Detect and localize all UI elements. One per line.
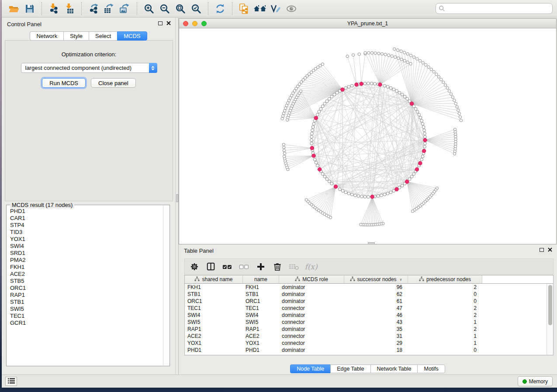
tab-node-table[interactable]: Node Table [290,364,330,373]
table-row[interactable]: RAP1RAP1dominator352 [185,326,553,333]
zoom-in-button[interactable] [141,2,157,16]
tab-motifs[interactable]: Motifs [417,364,445,373]
table-row[interactable]: FKH1FKH1dominator962 [185,284,553,291]
cell-name[interactable]: ORC1 [243,298,279,305]
export-network-button[interactable] [86,2,101,16]
cell-name[interactable]: STB1 [243,291,279,298]
annotation-style-button[interactable] [268,2,284,16]
mcds-result-item[interactable]: TID3 [7,229,163,236]
neighbors-button[interactable] [252,2,268,16]
table-row[interactable]: SWI5SWI5connector431 [185,319,553,326]
mcds-result-item[interactable]: FKH1 [7,264,163,271]
mcds-result-item[interactable]: GCR1 [7,320,163,327]
cell-predecessor-nodes[interactable]: 0 [408,291,482,298]
vertical-splitter[interactable] [175,18,179,375]
column-header-successor-nodes[interactable]: successor nodes∨ [344,275,408,283]
cell-MCDS-role[interactable]: connector [279,319,344,326]
memory-button[interactable]: Memory [518,376,553,386]
cell-predecessor-nodes[interactable]: 1 [408,333,482,340]
close-panel-icon[interactable] [166,21,171,25]
tab-style[interactable]: Style [63,31,89,41]
run-mcds-button[interactable]: Run MCDS [42,78,86,88]
cell-name[interactable]: YOX1 [243,340,279,347]
mcds-result-item[interactable]: PHD1 [7,208,163,215]
cell-name[interactable]: RAP1 [243,326,279,333]
cell-name[interactable]: TEC1 [243,305,279,312]
cell-name[interactable]: ACE2 [243,333,279,340]
cell-predecessor-nodes[interactable]: 1 [408,340,482,347]
table-row[interactable]: ORC1ORC1dominator610 [185,298,553,305]
tab-edge-table[interactable]: Edge Table [330,364,370,373]
cell-successor-nodes[interactable]: 18 [344,347,408,354]
add-column-button[interactable] [254,260,268,273]
cell-shared-name[interactable]: ORC1 [185,298,243,305]
select-all-button[interactable] [221,260,235,273]
minimize-window-icon[interactable] [192,21,197,26]
column-header-MCDS-role[interactable]: MCDS role [279,275,344,283]
cell-name[interactable]: PHD1 [243,347,279,354]
table-settings-button[interactable] [187,260,201,273]
open-file-button[interactable] [6,2,22,16]
export-image-button[interactable] [117,2,133,16]
mcds-result-item[interactable]: TEC1 [7,313,163,320]
criterion-dropdown[interactable]: largest connected component (undirected) [21,63,157,73]
table-row[interactable]: STB1STB1dominator620 [185,291,553,298]
show-eye-button[interactable] [284,2,299,16]
cell-MCDS-role[interactable]: dominator [279,347,344,354]
mcds-result-item[interactable]: STP4 [7,222,163,229]
search-input[interactable] [436,3,553,14]
mcds-result-item[interactable]: CAR1 [7,215,163,222]
maximize-window-icon[interactable] [201,21,207,26]
import-network-button[interactable] [46,2,62,16]
table-row[interactable]: PHD1PHD1dominator180 [185,347,553,354]
cell-shared-name[interactable]: ACE2 [185,333,243,340]
cell-MCDS-role[interactable]: connector [279,305,344,312]
delete-table-button[interactable] [287,260,301,273]
mcds-result-item[interactable]: RAP1 [7,292,163,299]
cell-shared-name[interactable]: FKH1 [185,284,243,291]
float-panel-icon[interactable] [158,21,163,25]
tab-mcds[interactable]: MCDS [117,31,147,41]
cell-MCDS-role[interactable]: dominator [279,298,344,305]
cell-shared-name[interactable]: PHD1 [185,347,243,354]
cell-MCDS-role[interactable]: connector [279,340,344,347]
fit-content-button[interactable] [173,2,188,16]
cell-successor-nodes[interactable]: 61 [344,298,408,305]
close-panel-button[interactable]: Close panel [91,78,136,88]
column-header-predecessor-nodes[interactable]: predecessor nodes [408,275,482,283]
column-header-shared-name[interactable]: shared name [185,275,243,283]
cell-predecessor-nodes[interactable]: 2 [408,305,482,312]
cell-name[interactable]: SWI4 [243,312,279,319]
cell-MCDS-role[interactable]: dominator [279,291,344,298]
mcds-result-item[interactable]: STB5 [7,278,163,285]
cell-shared-name[interactable]: RAP1 [185,326,243,333]
task-history-button[interactable] [5,377,17,386]
cell-predecessor-nodes[interactable]: 2 [408,312,482,319]
cell-successor-nodes[interactable]: 29 [344,340,408,347]
cell-shared-name[interactable]: STB1 [185,291,243,298]
cell-shared-name[interactable]: SWI5 [185,319,243,326]
cell-predecessor-nodes[interactable]: 1 [408,319,482,326]
float-table-panel-icon[interactable] [540,248,544,252]
cell-shared-name[interactable]: YOX1 [185,340,243,347]
tab-select[interactable]: Select [89,31,117,41]
cell-predecessor-nodes[interactable]: 2 [408,326,482,333]
mcds-result-item[interactable]: STB1 [7,299,163,306]
cell-predecessor-nodes[interactable]: 0 [408,298,482,305]
tab-network[interactable]: Network [30,31,63,41]
mcds-result-item[interactable]: PMA2 [7,257,163,264]
mcds-result-item[interactable]: SRD1 [7,250,163,257]
cell-successor-nodes[interactable]: 35 [344,326,408,333]
tab-network-table[interactable]: Network Table [370,364,418,373]
table-row[interactable]: TEC1TEC1connector472 [185,305,553,312]
cell-MCDS-role[interactable]: dominator [279,284,344,291]
cell-shared-name[interactable]: SWI4 [185,312,243,319]
cell-MCDS-role[interactable]: connector [279,333,344,340]
mcds-result-item[interactable]: ACE2 [7,271,163,278]
table-row[interactable]: ACE2ACE2connector311 [185,333,553,340]
show-columns-button[interactable] [204,260,218,273]
mcds-result-item[interactable]: YOX1 [7,236,163,243]
mcds-list-scrollbar[interactable] [163,206,169,365]
export-table-button[interactable] [101,2,117,16]
refresh-view-button[interactable] [212,2,228,16]
